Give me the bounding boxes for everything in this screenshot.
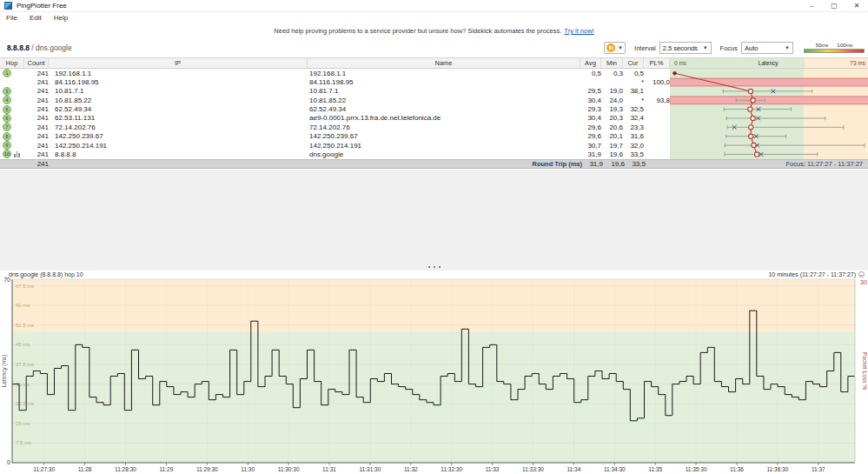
hop-cell: 7 <box>0 123 24 131</box>
cur-cell: 32,5 <box>623 105 644 113</box>
minimize-button[interactable]: – <box>800 0 823 11</box>
latency-color-scale: 50ms 100ms <box>804 43 865 53</box>
summary-min: 19,6 <box>603 160 625 168</box>
name-cell: dns.google <box>308 150 580 158</box>
svg-text:7.5 ms: 7.5 ms <box>16 440 31 445</box>
summary-count: 241 <box>0 160 49 168</box>
ip-cell: 62.53.11.131 <box>49 114 308 122</box>
graph-options-icon[interactable] <box>858 271 865 277</box>
summary-cur: 33,5 <box>625 160 646 168</box>
avg-cell: 30,4 <box>580 114 601 122</box>
latency-time-graph[interactable]: 67.5 ms60 ms52.5 ms45 ms37.5 ms30 ms22.5… <box>0 270 868 474</box>
name-cell: 72.14.202.76 <box>308 124 580 131</box>
svg-text:Packet Loss %: Packet Loss % <box>862 352 868 390</box>
avg-cell: 29,3 <box>580 105 601 113</box>
ip-cell: 10.81.85.22 <box>49 97 308 104</box>
header-hop[interactable]: Hop <box>0 58 24 68</box>
hop-cell: 3 <box>0 87 24 96</box>
count-cell: 241 <box>24 105 49 113</box>
avg-cell: 30,4 <box>580 97 601 104</box>
header-name[interactable]: Name <box>308 58 580 68</box>
header-avg[interactable]: Avg <box>580 58 601 68</box>
svg-text:11:37: 11:37 <box>812 466 825 472</box>
hop-number-badge: 7 <box>3 123 11 131</box>
svg-text:Latency (ms): Latency (ms) <box>1 355 8 388</box>
hop-latency-whisker-chart[interactable] <box>670 69 868 159</box>
hop-cell: 9 <box>0 141 24 150</box>
count-cell: 241 <box>24 114 49 122</box>
cur-cell: 32,0 <box>623 142 644 150</box>
window-controls: – ▢ ✕ <box>800 0 868 11</box>
header-cur[interactable]: Cur <box>623 58 644 68</box>
chevron-down-icon: ▼ <box>785 45 790 50</box>
try-it-now-link[interactable]: Try it now! <box>564 27 593 35</box>
name-cell: 192.168.1.1 <box>308 70 580 77</box>
header-pl[interactable]: PL% <box>644 58 670 68</box>
menu-file[interactable]: File <box>0 14 23 22</box>
count-cell: 241 <box>24 70 49 77</box>
scale-gradient-bar <box>804 49 865 53</box>
ip-cell: 192.168.1.1 <box>49 70 308 77</box>
scale-50ms-label: 50ms <box>816 43 829 48</box>
round-trip-label: Round Trip (ms) <box>49 160 582 168</box>
menu-help[interactable]: Help <box>48 14 74 22</box>
cur-cell: 33,5 <box>623 150 644 158</box>
time-graph-range: 10 minutes (11:27:27 - 11:37:27) <box>768 271 856 277</box>
header-latency[interactable]: 0 ms Latency 73 ms <box>670 58 868 68</box>
count-cell: 241 <box>24 142 49 150</box>
target-hostname: / dns.google <box>30 43 72 52</box>
avg-cell: 29,6 <box>580 132 601 140</box>
svg-text:0: 0 <box>7 459 10 465</box>
pause-button[interactable]: ▼ <box>604 42 626 54</box>
header-count[interactable]: Count <box>24 58 49 68</box>
ip-cell: 142.250.214.191 <box>49 142 308 150</box>
avg-cell: 29,6 <box>580 124 601 131</box>
header-ip[interactable]: IP <box>49 58 308 68</box>
count-cell: 241 <box>24 132 49 140</box>
hop-cell: 1 <box>0 69 24 77</box>
min-cell: 19,6 <box>601 150 623 158</box>
hop-cell: 5 <box>0 105 24 114</box>
chevron-down-icon: ▼ <box>618 45 623 50</box>
latency-title: Latency <box>686 60 850 66</box>
workspace-background <box>0 170 868 264</box>
svg-text:11:29:30: 11:29:30 <box>196 466 218 472</box>
svg-text:11:34:30: 11:34:30 <box>604 466 626 472</box>
toolbar: 8.8.8.8 / dns.google ▼ Interval 2,5 seco… <box>0 38 868 57</box>
count-cell: 241 <box>24 87 49 95</box>
svg-text:45 ms: 45 ms <box>16 342 30 347</box>
interval-select[interactable]: 2,5 seconds ▼ <box>659 42 712 54</box>
focus-value: Auto <box>745 44 781 52</box>
name-cell: ae9-0.0001.prrx.13.fra.de.net.telefonica… <box>308 114 580 122</box>
focus-select[interactable]: Auto ▼ <box>741 42 793 54</box>
svg-text:11:35:30: 11:35:30 <box>686 466 707 472</box>
min-cell: 0,3 <box>601 70 623 77</box>
svg-text:11:30: 11:30 <box>241 466 255 472</box>
svg-text:11:32:30: 11:32:30 <box>441 466 462 472</box>
round-trip-summary-bar: 241 Round Trip (ms) 31,9 19,6 33,5 Focus… <box>0 159 868 169</box>
min-cell: 24,0 <box>601 97 623 104</box>
menu-edit[interactable]: Edit <box>23 14 48 22</box>
pane-splitter[interactable] <box>0 264 868 270</box>
close-button[interactable]: ✕ <box>845 0 868 11</box>
svg-text:11:28: 11:28 <box>78 466 92 472</box>
svg-text:11:29: 11:29 <box>159 466 173 472</box>
svg-text:30: 30 <box>860 279 867 285</box>
svg-text:11:36:30: 11:36:30 <box>766 466 788 472</box>
header-min[interactable]: Min <box>601 58 623 68</box>
cur-cell: 38,1 <box>623 87 644 95</box>
svg-text:60 ms: 60 ms <box>16 303 30 308</box>
svg-text:11:27:30: 11:27:30 <box>33 466 55 472</box>
svg-text:37.5 ms: 37.5 ms <box>16 362 34 367</box>
title-bar: PingPlotter Free – ▢ ✕ <box>0 0 868 12</box>
svg-text:11:31: 11:31 <box>322 466 336 472</box>
svg-text:11:36: 11:36 <box>730 466 744 472</box>
hop-number-badge: 1 <box>3 69 11 77</box>
app-icon <box>4 2 12 10</box>
ip-cell: 10.81.7.1 <box>49 87 308 95</box>
hop-cell: 6 <box>0 114 24 123</box>
restore-button[interactable]: ▢ <box>823 0 845 11</box>
hop-number-badge: 8 <box>3 132 11 141</box>
time-graph-title: dns.google (8.8.8.8) hop 10 <box>9 271 83 277</box>
svg-text:67.5 ms: 67.5 ms <box>16 284 34 289</box>
